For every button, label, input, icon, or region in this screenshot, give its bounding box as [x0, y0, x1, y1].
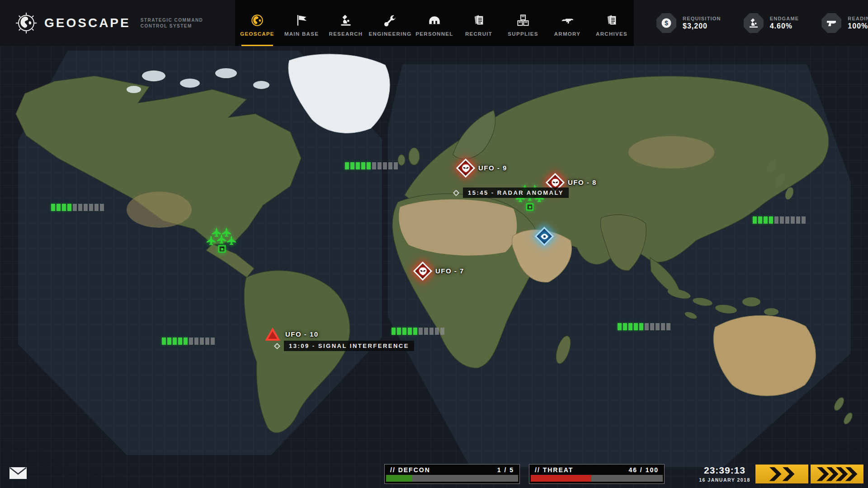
defcon-meter: // DEFCON 1 / 5	[384, 464, 520, 484]
crates-icon	[517, 13, 529, 27]
dollar-icon	[656, 13, 676, 33]
scan-segment	[402, 328, 406, 335]
scan-segment	[618, 323, 622, 330]
scan-segment	[774, 216, 778, 224]
defcon-value: 1 / 5	[497, 466, 514, 474]
interceptor-icon[interactable]	[226, 235, 236, 246]
resource-readiness: READINESS 100%	[821, 13, 868, 33]
scan-segment	[84, 204, 88, 211]
microscope-icon	[744, 13, 764, 33]
scan-segment	[753, 216, 757, 224]
scan-segment	[408, 328, 412, 335]
chevron-icon	[783, 467, 795, 481]
scan-segment	[785, 216, 789, 224]
ufo-label: UFO - 8	[568, 178, 597, 186]
scan-segment	[194, 338, 198, 345]
tab-geoscape[interactable]: GEOSCAPE	[235, 0, 279, 46]
scan-progress-bar	[51, 204, 104, 211]
scan-segment	[94, 204, 99, 211]
interceptor-icon[interactable]	[206, 235, 216, 246]
world-map	[0, 46, 868, 488]
tab-recruit[interactable]: RECRUIT	[457, 0, 501, 46]
tab-research[interactable]: RESEARCH	[324, 0, 368, 46]
scan-segment	[764, 216, 768, 224]
tab-supplies[interactable]: SUPPLIES	[501, 0, 545, 46]
scan-segment	[51, 204, 55, 211]
scan-segment	[392, 328, 396, 335]
scan-segment	[205, 338, 209, 345]
defcon-fill	[386, 475, 412, 482]
microscope-icon	[340, 13, 352, 27]
tab-personnel[interactable]: PERSONNEL	[412, 0, 457, 46]
files-icon	[605, 13, 618, 27]
resource-endgame: ENDGAME 4.60%	[744, 13, 799, 33]
barracks-icon	[428, 13, 441, 27]
ufo-label: UFO - 7	[435, 267, 464, 275]
base-marker[interactable]	[218, 245, 226, 253]
time-speed-button-fast[interactable]	[755, 464, 809, 484]
scan-segment	[57, 204, 61, 211]
time-speed-button-fastest[interactable]	[810, 464, 864, 484]
top-bar: GEOSCAPE STRATEGIC COMMAND CONTROL SYSTE…	[0, 0, 868, 46]
tab-archives[interactable]: ARCHIVES	[590, 0, 634, 46]
interceptor-icon[interactable]	[217, 234, 226, 244]
scan-progress-bar	[345, 162, 398, 169]
scan-segment	[167, 338, 171, 345]
scan-segment	[367, 162, 371, 169]
event-signal-interference: 13:09 - SIGNAL INTERFERENCE	[275, 341, 414, 351]
tab-engineering[interactable]: ENGINEERING	[368, 0, 412, 46]
event-diamond-icon	[274, 343, 280, 349]
clock-time: 23:39:13	[698, 465, 752, 476]
threat-meter: // THREAT 46 / 100	[529, 464, 665, 484]
alien-icon	[462, 164, 470, 173]
threat-value: 46 / 100	[628, 466, 659, 474]
eye-icon	[540, 232, 549, 241]
scan-segment	[758, 216, 762, 224]
game-clock: 23:39:13 16 JANUARY 2018	[698, 465, 752, 483]
scan-segment	[634, 323, 638, 330]
app-subtitle: STRATEGIC COMMAND CONTROL SYSTEM	[141, 17, 203, 29]
scan-segment	[388, 162, 392, 169]
geoscape-screen: UFO - 9 UFO - 8 UFO - 7 UFO - 10 15:45 -…	[0, 0, 868, 488]
rifle-icon	[561, 13, 574, 27]
scan-segment	[189, 338, 193, 345]
scan-progress-bar	[618, 323, 670, 330]
ufo-label: UFO - 10	[285, 330, 319, 338]
scan-segment	[413, 328, 417, 335]
scan-segment	[184, 338, 188, 345]
scan-segment	[372, 162, 376, 169]
scan-segment	[802, 216, 806, 224]
scan-segment	[661, 323, 665, 330]
scan-segment	[791, 216, 795, 224]
clock-date: 16 JANUARY 2018	[698, 477, 752, 483]
scan-segment	[100, 204, 104, 211]
tab-armory[interactable]: ARMORY	[545, 0, 590, 46]
scan-segment	[397, 328, 401, 335]
alien-icon	[419, 267, 427, 276]
scan-segment	[645, 323, 649, 330]
main-nav: GEOSCAPE MAIN BASE RESEARCH ENGINEERING …	[235, 0, 634, 46]
tab-main-base[interactable]: MAIN BASE	[279, 0, 324, 46]
threat-track	[531, 475, 663, 482]
messages-envelope-icon[interactable]	[9, 467, 27, 479]
resource-bar: REQUISITION $3,200 ENDGAME 4.60% READINE…	[656, 0, 868, 46]
scan-segment	[350, 162, 354, 169]
defcon-track	[386, 475, 518, 482]
chevron-icon	[769, 467, 782, 481]
scan-segment	[73, 204, 77, 211]
scan-segment	[424, 328, 428, 335]
scan-segment	[639, 323, 643, 330]
scan-segment	[377, 162, 382, 169]
scan-segment	[796, 216, 800, 224]
ufo-label: UFO - 9	[478, 164, 507, 172]
threat-fill	[531, 475, 591, 482]
scan-progress-bar	[392, 328, 444, 335]
scan-segment	[394, 162, 398, 169]
scan-segment	[162, 338, 166, 345]
geoscape-map[interactable]: UFO - 9 UFO - 8 UFO - 7 UFO - 10 15:45 -…	[0, 46, 868, 488]
scan-segment	[780, 216, 784, 224]
scan-segment	[623, 323, 627, 330]
base-marker[interactable]	[526, 203, 534, 211]
scan-segment	[361, 162, 365, 169]
scan-segment	[666, 323, 670, 330]
